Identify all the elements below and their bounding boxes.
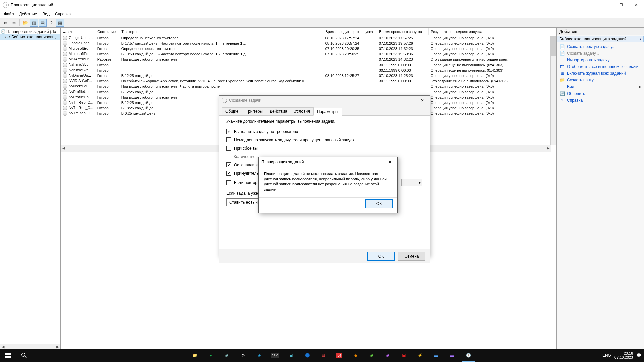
taskbar-aida[interactable]: 64 <box>331 349 347 362</box>
col-state[interactable]: Состояние <box>95 28 119 35</box>
error-dialog-close[interactable]: ✕ <box>385 158 395 166</box>
table-row[interactable]: NvProfileUp...ГотовоВ 12:25 каждый деньО… <box>61 89 556 95</box>
menu-action[interactable]: Действие <box>17 11 40 17</box>
taskbar-spotify[interactable]: ● <box>203 349 219 362</box>
toolbar-pane1-icon[interactable]: ▥ <box>30 19 38 27</box>
task-result: Операция успешно завершена. (0x0) <box>429 73 556 78</box>
taskbar-app16[interactable]: ▬ <box>428 349 444 362</box>
create-ok-button[interactable]: ОК <box>367 252 395 261</box>
folder-up-icon[interactable]: 📂 <box>21 19 29 27</box>
error-message: Планировщик заданий не может создать зад… <box>259 167 397 197</box>
scroll-right-icon[interactable]: ▶ <box>545 145 551 151</box>
tab-actions[interactable]: Действия <box>266 107 291 115</box>
tray-expand-icon[interactable]: ˄ <box>597 353 599 358</box>
notifications-icon[interactable]: 💬 <box>636 353 641 358</box>
table-row[interactable]: NvDriverUp...ГотовоВ 12:25 каждый день08… <box>61 73 556 78</box>
tray-clock[interactable]: 20:16 07.10.2023 <box>614 351 633 359</box>
action-show-running[interactable]: 🗔Отображать все выполняемые задачи <box>559 63 642 70</box>
table-row[interactable]: NahimicSvc...Готово30.11.1999 0:00:00Опе… <box>61 62 556 67</box>
folder-icon: 📁 <box>192 353 197 358</box>
expired-combo[interactable]: ▾ <box>401 179 422 186</box>
action-refresh[interactable]: 🔄Обновить <box>559 90 642 97</box>
task-trigger: В 17:57 каждый день - Частота повтора по… <box>119 41 323 46</box>
tree-root[interactable]: 🕘 Планировщик заданий (Ло <box>0 29 60 34</box>
taskbar-app9[interactable]: ▦ <box>315 349 331 362</box>
action-view[interactable]: Вид▸ <box>559 83 642 90</box>
action-new-folder[interactable]: 📁Создать папку... <box>559 77 642 83</box>
help-icon[interactable]: ? <box>47 19 55 27</box>
menu-file[interactable]: Файл <box>1 11 17 17</box>
action-icon: 🗔 <box>559 64 565 69</box>
vscroll-thumb[interactable] <box>551 36 556 56</box>
task-result: Операция успешно завершена. (0x0) <box>429 46 556 51</box>
taskbar-chrome[interactable]: 🔵 <box>299 349 315 362</box>
minimize-button[interactable]: — <box>598 0 613 10</box>
tab-triggers[interactable]: Триггеры <box>242 107 266 115</box>
checkbox-force-stop[interactable] <box>226 171 231 176</box>
menu-help[interactable]: Справка <box>52 11 73 17</box>
col-result[interactable]: Результат последнего запуска <box>429 28 556 35</box>
actions-section[interactable]: Библиотека планировщика заданий ▴ <box>557 36 644 42</box>
action-help[interactable]: ?Справка <box>559 97 642 104</box>
menu-view[interactable]: Вид <box>40 11 52 17</box>
action-enable-history[interactable]: ▦Включить журнал всех заданий <box>559 70 642 77</box>
taskbar-steam[interactable]: ◉ <box>219 349 235 362</box>
table-row[interactable]: GoogleUpda...ГотовоВ 17:57 каждый день -… <box>61 41 556 46</box>
scroll-left-icon[interactable]: ◀ <box>61 145 66 151</box>
checkbox-run-asap[interactable] <box>226 137 231 142</box>
task-next <box>323 57 377 62</box>
checkbox-delete-expired[interactable] <box>226 180 231 185</box>
back-icon[interactable]: ⇐ <box>1 19 9 27</box>
taskbar-app14[interactable]: ▣ <box>396 349 412 362</box>
table-row[interactable]: MicrosoftEd...ГотовоОпределено несколько… <box>61 46 556 51</box>
action-import[interactable]: Импортировать задачу... <box>559 57 642 63</box>
taskbar-app12[interactable]: ◉ <box>364 349 380 362</box>
toolbar-pane2-icon[interactable]: ▤ <box>39 19 47 27</box>
tray-date: 07.10.2023 <box>614 355 633 359</box>
taskbar-explorer[interactable]: 📁 <box>186 349 203 362</box>
table-row[interactable]: MicrosoftEd...ГотовоВ 19:50 каждый день … <box>61 51 556 57</box>
checkbox-restart-on-fail[interactable] <box>226 146 231 151</box>
tray-lang[interactable]: ENG <box>602 353 611 358</box>
tree-library[interactable]: › 🗂 Библиотека планировщ <box>0 34 60 40</box>
vscrollbar[interactable] <box>550 36 556 145</box>
taskbar-epic[interactable]: EPIC <box>267 349 283 362</box>
close-button[interactable]: ✕ <box>629 0 644 10</box>
col-triggers[interactable]: Триггеры <box>119 28 323 35</box>
dialog-icon <box>222 98 227 103</box>
create-dialog-close[interactable]: ✕ <box>418 97 427 104</box>
task-state: Готово <box>95 111 119 116</box>
task-state: Готово <box>95 41 119 46</box>
task-name: NvTmRep_C... <box>69 100 93 104</box>
create-cancel-button[interactable]: Отмена <box>398 252 425 261</box>
table-row[interactable]: NvNodeLau...ГотовоПри входе любого польз… <box>61 84 556 89</box>
tab-settings[interactable]: Параметры <box>313 108 342 116</box>
taskbar-app13[interactable]: ◉ <box>380 349 396 362</box>
error-ok-button[interactable]: ОК <box>365 199 393 208</box>
tab-general[interactable]: Общие <box>222 107 242 115</box>
app-icon: ▣ <box>402 353 406 358</box>
col-prev[interactable]: Время прошлого запуска <box>377 28 429 35</box>
start-button[interactable] <box>0 349 16 362</box>
taskbar-app7[interactable]: ▣ <box>283 349 299 362</box>
maximize-button[interactable]: ☐ <box>613 0 629 10</box>
table-row[interactable]: NahimicSvc...Готово30.11.1999 0:00:00Опе… <box>61 68 556 73</box>
tab-conditions[interactable]: Условия <box>291 107 314 115</box>
taskbar-app17[interactable]: ▬ <box>444 349 460 362</box>
col-next[interactable]: Время следующего запуска <box>323 28 377 35</box>
taskbar-telegram[interactable]: ◈ <box>251 349 267 362</box>
taskbar-settings[interactable]: ⚙ <box>235 349 251 362</box>
toolbar-pane3-icon[interactable]: ▦ <box>56 19 64 27</box>
table-row[interactable]: NVIDIA GeF...ГотовоПо событию - журнал: … <box>61 78 556 84</box>
checkbox-stop-if-runs[interactable] <box>226 162 231 167</box>
table-row[interactable]: GoogleUpda...ГотовоОпределено несколько … <box>61 35 556 41</box>
taskbar-app15[interactable]: ⚡ <box>412 349 428 362</box>
table-row[interactable]: MSIAfterbur...РаботаетПри входе любого п… <box>61 57 556 62</box>
action-create-basic[interactable]: 📄Создать простую задачу... <box>559 43 642 50</box>
taskbar-app11[interactable]: ◆ <box>347 349 364 362</box>
taskbar-scheduler[interactable]: 🕓 <box>460 349 476 362</box>
forward-icon[interactable]: ⇒ <box>10 19 18 27</box>
search-button[interactable] <box>16 349 32 362</box>
col-file[interactable]: Файл <box>61 28 95 35</box>
checkbox-on-demand[interactable] <box>226 129 231 134</box>
